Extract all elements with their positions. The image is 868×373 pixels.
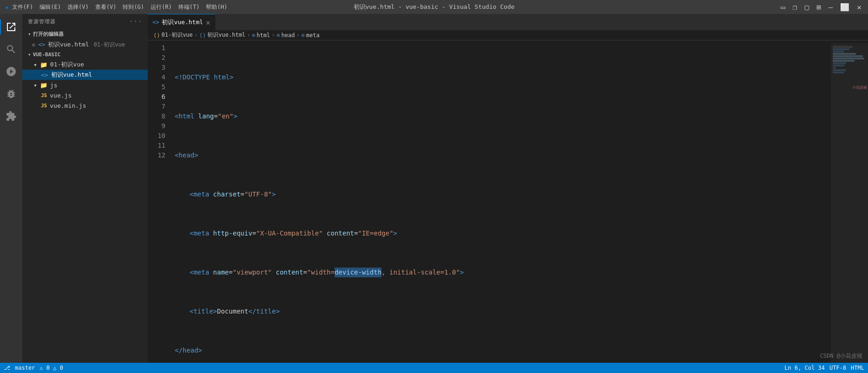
line-num-4: 4 xyxy=(148,72,165,82)
open-editors-section[interactable]: ▾ 打开的编辑器 xyxy=(22,29,148,39)
menu-terminal[interactable]: 终端(T) xyxy=(178,3,200,11)
breadcrumb-item-folder[interactable]: ⟨⟩ 01-初识vue xyxy=(153,31,193,39)
code-line-6: <meta name = "viewport" content = "width… xyxy=(175,268,831,277)
menu-file[interactable]: 文件(F) xyxy=(12,3,33,11)
meta-breadcrumb-icon: ⊙ xyxy=(301,32,304,39)
ln-col-label: Ln 6, Col 34 xyxy=(784,365,825,371)
line-num-7: 7 xyxy=(148,102,165,111)
code-lang-attr: lang xyxy=(194,111,214,121)
title-bar-controls[interactable]: ▭ ❐ ▢ ⊞ — ⬜ ✕ xyxy=(779,3,863,12)
maximize-button[interactable]: ⬜ xyxy=(838,3,851,12)
code-content[interactable]: <!DOCTYPE html> <html lang = "en" > <hea… xyxy=(171,43,831,363)
open-editors-label: 打开的编辑器 xyxy=(33,31,64,38)
activity-bar xyxy=(0,14,22,363)
title-bar-left: ✦ 文件(F) 编辑(E) 选择(V) 查看(V) 转到(G) 运行(R) 终端… xyxy=(5,3,227,12)
layout-grid-icon[interactable]: ⊞ xyxy=(815,3,823,12)
tab-close-icon[interactable]: ✕ xyxy=(206,18,210,27)
code-name-attr: name xyxy=(209,268,229,277)
breadcrumb-item-meta[interactable]: ⊙ meta xyxy=(301,32,319,39)
code-device-width-highlight: device-width xyxy=(335,268,381,277)
close-button[interactable]: ✕ xyxy=(855,3,863,12)
layout-split-icon[interactable]: ▢ xyxy=(802,3,811,12)
code-html-close1: > xyxy=(233,111,237,121)
code-title-text: Document xyxy=(217,307,248,316)
menu-view[interactable]: 查看(V) xyxy=(95,3,117,11)
folder-icon: 📁 xyxy=(40,61,47,68)
activity-explorer-icon[interactable] xyxy=(0,16,22,38)
code-meta3-close: > xyxy=(460,268,464,277)
line-num-1: 1 xyxy=(148,43,165,53)
close-editor-icon[interactable]: ✕ xyxy=(32,41,35,48)
code-meta1-open: <meta xyxy=(190,190,209,199)
js-file-icon: JS xyxy=(41,92,47,98)
language-label: HTML xyxy=(851,365,864,371)
title-bar: ✦ 文件(F) 编辑(E) 选择(V) 查看(V) 转到(G) 运行(R) 终端… xyxy=(0,0,868,14)
code-title-close: </title> xyxy=(248,307,279,316)
html-breadcrumb-icon: ⊙ xyxy=(252,32,255,39)
folder-js-icon: 📁 xyxy=(40,82,47,89)
menu-select[interactable]: 选择(V) xyxy=(67,3,89,11)
folder-label-01: 01-初识vue xyxy=(50,60,84,69)
breadcrumb-head-label: head xyxy=(282,32,295,39)
line-num-9: 9 xyxy=(148,121,165,131)
project-name-label: VUE-BASIC xyxy=(33,52,61,58)
tab-vue-html[interactable]: <> 初识vue.html ✕ xyxy=(148,14,216,30)
code-charset-attr: charset xyxy=(209,190,240,199)
activity-source-control-icon[interactable] xyxy=(0,60,22,83)
layout-panel-icon[interactable]: ❐ xyxy=(791,3,799,12)
sidebar-more-icon[interactable]: ··· xyxy=(129,18,142,25)
menu-help[interactable]: 帮助(H) xyxy=(206,3,227,11)
code-content-attr2: content xyxy=(272,268,303,277)
sidebar-title: 资源管理器 xyxy=(28,18,56,25)
activity-debug-icon[interactable] xyxy=(0,83,22,105)
code-meta2-open: <meta xyxy=(190,229,209,238)
minimize-button[interactable]: — xyxy=(827,3,835,12)
code-charset-val: "UTF-8" xyxy=(244,190,272,199)
file-label-vue-html: 初识vue.html xyxy=(51,71,92,79)
status-bar-left[interactable]: ⎇ master ⚠ 0 △ 0 xyxy=(4,365,63,371)
title-bar-menu[interactable]: 文件(F) 编辑(E) 选择(V) 查看(V) 转到(G) 运行(R) 终端(T… xyxy=(12,3,228,11)
sidebar-header-icons[interactable]: ··· xyxy=(129,18,142,25)
breadcrumb-meta-label: meta xyxy=(306,32,320,39)
code-httpequiv-attr: http-equiv xyxy=(209,229,252,238)
html-file-icon: <> xyxy=(41,72,48,79)
sidebar-file-vue-html[interactable]: <> 初识vue.html xyxy=(22,70,148,80)
code-doctype: <!DOCTYPE html> xyxy=(175,72,233,82)
code-meta2-close: > xyxy=(393,229,397,238)
layout-sidebar-icon[interactable]: ▭ xyxy=(779,3,787,12)
sidebar-file-vuejs[interactable]: JS vue.js xyxy=(22,90,148,100)
code-editor[interactable]: 1 2 3 4 5 6 7 8 9 10 11 12 <!DOCTYPE htm… xyxy=(148,40,868,363)
menu-edit[interactable]: 编辑(E) xyxy=(39,3,61,11)
line-num-6: 6 xyxy=(148,92,165,102)
project-section[interactable]: ▾ VUE-BASIC xyxy=(22,50,148,59)
activity-search-icon[interactable] xyxy=(0,38,22,60)
breadcrumb-sep-3: › xyxy=(272,33,275,38)
sidebar-header: 资源管理器 ··· xyxy=(22,14,148,29)
code-content-attr1: content xyxy=(323,229,354,238)
menu-run[interactable]: 运行(R) xyxy=(151,3,172,11)
vscode-logo-icon: ✦ xyxy=(5,3,9,12)
file-label-vueminjs: vue.min.js xyxy=(50,102,86,109)
breadcrumb-sep-1: › xyxy=(195,33,197,38)
sidebar-folder-js[interactable]: ▾ 📁 js xyxy=(22,80,148,90)
tab-label: 初识vue.html xyxy=(162,18,203,26)
file-breadcrumb-icon: ⟨⟩ xyxy=(199,32,206,39)
code-line-4: <meta charset = "UTF-8" > xyxy=(175,190,831,199)
sidebar-folder-01[interactable]: ▾ 📁 01-初识vue xyxy=(22,59,148,70)
open-editor-item[interactable]: ✕ <> 初识vue.html 01-初识vue xyxy=(22,39,148,50)
editor-area: <> 初识vue.html ✕ ⟨⟩ 01-初识vue › ⟨⟩ 初识vue.h… xyxy=(148,14,868,363)
breadcrumb-sep-2: › xyxy=(247,33,250,38)
code-line-5: <meta http-equiv = "X-UA-Compatible" con… xyxy=(175,229,831,238)
code-eq5: = xyxy=(229,268,232,277)
breadcrumb-item-html[interactable]: ⊙ html xyxy=(252,32,270,39)
status-bar-right[interactable]: Ln 6, Col 34 UTF-8 HTML xyxy=(784,365,864,371)
chevron-down-icon2: ▾ xyxy=(28,52,31,58)
activity-extensions-icon[interactable] xyxy=(0,105,22,127)
breadcrumb-item-head[interactable]: ⊙ head xyxy=(276,32,295,39)
folder-label-js: js xyxy=(50,82,58,89)
breadcrumb-item-file[interactable]: ⟨⟩ 初识vue.html xyxy=(199,31,245,39)
status-bar: ⎇ master ⚠ 0 △ 0 Ln 6, Col 34 UTF-8 HTML xyxy=(0,363,868,373)
breadcrumb: ⟨⟩ 01-初识vue › ⟨⟩ 初识vue.html › ⊙ html › ⊙… xyxy=(148,30,868,40)
sidebar-file-vueminjs[interactable]: JS vue.min.js xyxy=(22,100,148,111)
menu-goto[interactable]: 转到(G) xyxy=(123,3,144,11)
